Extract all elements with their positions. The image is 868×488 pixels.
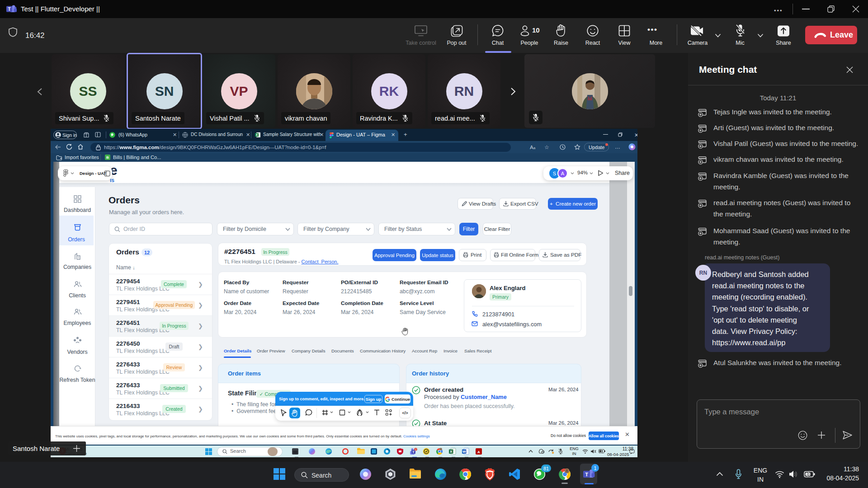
svg-text:T: T [585, 472, 588, 477]
svg-text:X: X [450, 450, 453, 454]
svg-text:2: 2 [415, 448, 416, 451]
svg-text:B: B [106, 155, 109, 160]
svg-text:T: T [412, 450, 415, 454]
svg-text:X: X [256, 133, 258, 136]
svg-text:W: W [462, 450, 466, 454]
svg-text:T: T [8, 7, 10, 12]
svg-text:A: A [477, 450, 480, 454]
